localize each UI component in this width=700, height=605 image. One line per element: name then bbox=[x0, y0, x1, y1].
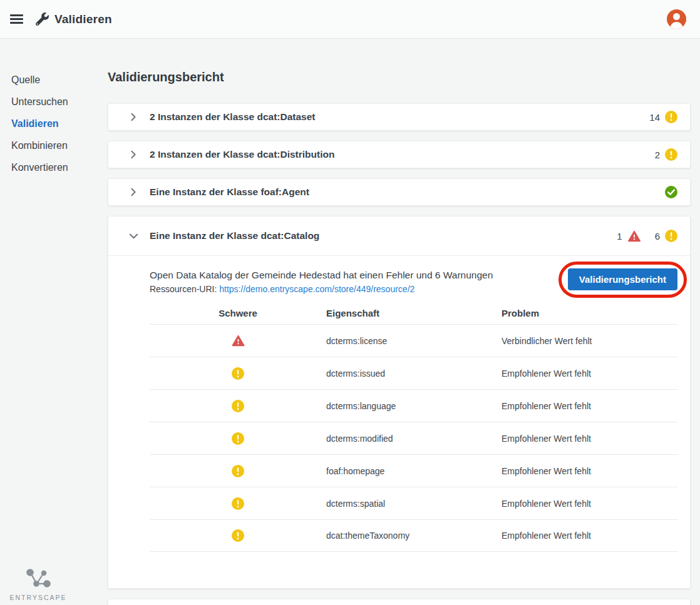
table-row: dcterms:language Empfohlener Wert fehlt bbox=[150, 389, 677, 422]
table-header-row: Schwere Eigenschaft Problem bbox=[150, 302, 677, 324]
panel-badges: 2 bbox=[655, 148, 677, 161]
report-heading: Validierungsbericht bbox=[108, 70, 691, 84]
property-cell: dcterms:issued bbox=[326, 369, 502, 379]
sidebar-item-konvertieren[interactable]: Konvertieren bbox=[0, 156, 108, 178]
warning-icon bbox=[232, 367, 244, 380]
property-cell: dcterms:modified bbox=[326, 434, 502, 444]
problem-cell: Verbindlicher Wert fehlt bbox=[502, 336, 677, 346]
error-count: 1 bbox=[617, 231, 622, 241]
severity-cell bbox=[150, 465, 326, 477]
table-row: dcterms:issued Empfohlener Wert fehlt bbox=[150, 357, 677, 389]
warning-count: 14 bbox=[649, 112, 660, 123]
sidebar-item-quelle[interactable]: Quelle bbox=[0, 69, 108, 91]
panel-title: 2 Instanzen der Klasse dcat:Distribution bbox=[150, 149, 655, 160]
property-cell: foaf:homepage bbox=[326, 466, 502, 476]
severity-cell bbox=[150, 529, 326, 542]
table-row: dcterms:license Verbindlicher Wert fehlt bbox=[150, 324, 677, 357]
panel-agent: Eine Instanz der Klasse foaf:Agent bbox=[108, 178, 691, 206]
page-title: Validieren bbox=[54, 13, 112, 26]
panel-title: Eine Instanz der Klasse foaf:Agent bbox=[150, 186, 665, 198]
panel-distribution-header[interactable]: 2 Instanzen der Klasse dcat:Distribution… bbox=[108, 141, 690, 168]
severity-cell bbox=[150, 335, 326, 347]
table-row: foaf:homepage Empfohlener Wert fehlt bbox=[150, 454, 677, 487]
panel-dataset: 2 Instanzen der Klasse dcat:Dataset 14 bbox=[108, 103, 691, 131]
property-cell: dcat:themeTaxonomy bbox=[326, 531, 502, 541]
success-icon bbox=[665, 186, 677, 198]
issues-table: Schwere Eigenschaft Problem dcterms:lice… bbox=[150, 302, 677, 552]
chevron-right-icon bbox=[129, 113, 138, 122]
chevron-right-icon bbox=[129, 188, 138, 197]
entryscape-logo: ENTRYSCAPE bbox=[0, 568, 76, 601]
warning-icon bbox=[232, 529, 244, 542]
panel-next-partial[interactable] bbox=[108, 599, 691, 605]
table-row: dcat:themeTaxonomy Empfohlener Wert fehl… bbox=[150, 519, 677, 552]
chevron-right-icon bbox=[129, 150, 138, 160]
menu-icon[interactable] bbox=[10, 14, 23, 24]
wrench-icon bbox=[36, 13, 49, 26]
severity-cell bbox=[150, 497, 326, 510]
warning-icon bbox=[665, 230, 677, 242]
panel-title: 2 Instanzen der Klasse dcat:Dataset bbox=[150, 111, 649, 123]
problem-cell: Empfohlener Wert fehlt bbox=[502, 466, 677, 476]
problem-cell: Empfohlener Wert fehlt bbox=[502, 401, 677, 411]
user-avatar[interactable] bbox=[667, 9, 686, 29]
report-button[interactable]: Validierungsbericht bbox=[568, 268, 677, 290]
topbar: Validieren bbox=[0, 0, 700, 39]
molecule-icon bbox=[24, 568, 53, 591]
problem-cell: Empfohlener Wert fehlt bbox=[502, 499, 677, 509]
person-icon bbox=[673, 13, 680, 20]
problem-cell: Empfohlener Wert fehlt bbox=[502, 531, 677, 541]
warning-icon bbox=[232, 497, 244, 510]
sidebar-item-kombinieren[interactable]: Kombinieren bbox=[0, 135, 108, 156]
sidebar-item-validieren[interactable]: Validieren bbox=[0, 113, 108, 135]
table-header-severity: Schwere bbox=[150, 308, 326, 318]
error-icon bbox=[627, 230, 641, 242]
panel-badges bbox=[665, 186, 677, 198]
sidebar-nav: Quelle Untersuchen Validieren Kombiniere… bbox=[0, 39, 108, 605]
property-cell: dcterms:spatial bbox=[326, 499, 502, 509]
main-content: Validierungsbericht 2 Instanzen der Klas… bbox=[108, 39, 700, 605]
chevron-down-icon bbox=[129, 231, 138, 241]
summary-text: Open Data Katalog der Gemeinde Hedestad … bbox=[150, 268, 493, 282]
warning-icon bbox=[232, 432, 244, 445]
resource-uri-label: Ressourcen-URI: bbox=[150, 284, 217, 294]
problem-cell: Empfohlener Wert fehlt bbox=[502, 434, 677, 444]
table-header-property: Eigenschaft bbox=[326, 308, 502, 318]
table-row: dcterms:modified Empfohlener Wert fehlt bbox=[150, 422, 677, 454]
panel-badges: 14 bbox=[649, 111, 677, 123]
problem-cell: Empfohlener Wert fehlt bbox=[502, 369, 677, 379]
panel-catalog-body: Open Data Katalog der Gemeinde Hedestad … bbox=[108, 256, 690, 588]
property-cell: dcterms:language bbox=[326, 401, 502, 411]
panel-catalog-header[interactable]: Eine Instanz der Klasse dcat:Catalog 1 6 bbox=[108, 216, 690, 256]
panel-badges: 1 6 bbox=[617, 230, 677, 242]
error-icon bbox=[232, 335, 245, 347]
severity-cell bbox=[150, 367, 326, 380]
panel-agent-header[interactable]: Eine Instanz der Klasse foaf:Agent bbox=[108, 179, 690, 205]
warning-count: 6 bbox=[655, 231, 660, 241]
resource-uri-link[interactable]: https://demo.entryscape.com/store/449/re… bbox=[219, 284, 414, 294]
panel-distribution: 2 Instanzen der Klasse dcat:Distribution… bbox=[108, 141, 691, 168]
severity-cell bbox=[150, 432, 326, 445]
sidebar-item-untersuchen[interactable]: Untersuchen bbox=[0, 91, 108, 113]
table-header-problem: Problem bbox=[502, 308, 677, 318]
warning-icon bbox=[232, 465, 244, 477]
warning-icon bbox=[232, 400, 244, 412]
warning-count: 2 bbox=[655, 150, 660, 160]
warning-icon bbox=[665, 111, 677, 123]
summary-block: Open Data Katalog der Gemeinde Hedestad … bbox=[150, 268, 493, 294]
table-row: dcterms:spatial Empfohlener Wert fehlt bbox=[150, 487, 677, 519]
panel-title: Eine Instanz der Klasse dcat:Catalog bbox=[150, 230, 617, 241]
warning-icon bbox=[665, 148, 677, 161]
property-cell: dcterms:license bbox=[326, 336, 502, 346]
panel-dataset-header[interactable]: 2 Instanzen der Klasse dcat:Dataset 14 bbox=[108, 104, 690, 130]
panel-catalog: Eine Instanz der Klasse dcat:Catalog 1 6… bbox=[108, 216, 691, 589]
severity-cell bbox=[150, 400, 326, 412]
logo-text: ENTRYSCAPE bbox=[0, 594, 76, 601]
